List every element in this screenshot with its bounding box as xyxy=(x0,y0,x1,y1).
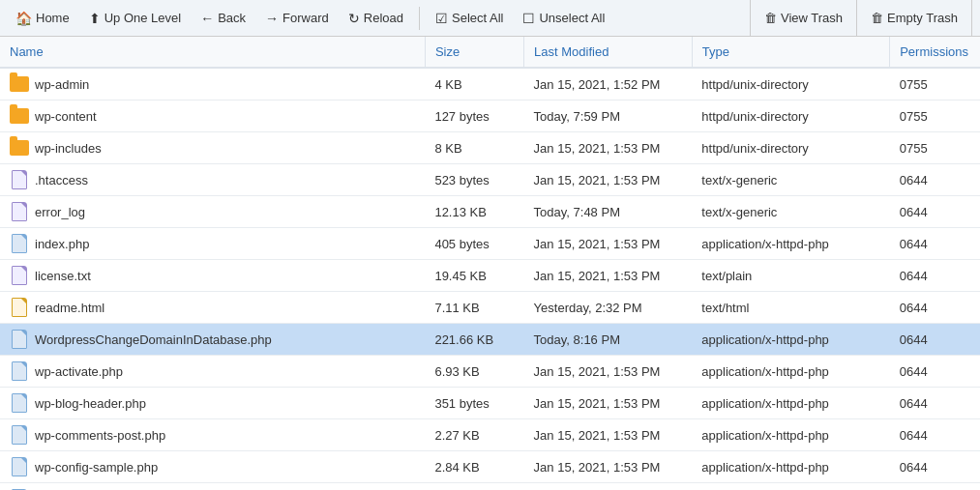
table-row[interactable]: license.txt 19.45 KB Jan 15, 2021, 1:53 … xyxy=(0,260,980,292)
cell-type: application/x-httpd-php xyxy=(692,324,889,356)
cell-permissions: 0644 xyxy=(890,292,980,324)
text-icon xyxy=(12,266,27,285)
select-all-button[interactable]: ☑ Select All xyxy=(428,7,511,30)
cell-size: 221.66 KB xyxy=(425,324,523,356)
cell-size: 523 bytes xyxy=(425,164,523,196)
cell-modified: Today, 8:16 PM xyxy=(524,324,693,356)
cell-size: 2.84 KB xyxy=(425,451,523,483)
file-name-label: wp-content xyxy=(35,109,97,124)
file-name-label: WordpressChangeDomainInDatabase.php xyxy=(35,332,272,347)
cell-type: application/x-httpd-php xyxy=(692,356,889,388)
file-name-label: wp-blog-header.php xyxy=(35,396,146,411)
table-row[interactable]: wp-content 127 bytes Today, 7:59 PM http… xyxy=(0,101,980,132)
cell-permissions: 0644 xyxy=(890,324,980,356)
cell-type: application/x-httpd-php xyxy=(692,483,889,491)
cell-name: error_log xyxy=(0,196,425,228)
file-icon-container xyxy=(10,266,29,285)
cell-size: 3.53 KB xyxy=(425,483,523,491)
table-row[interactable]: error_log 12.13 KB Today, 7:48 PM text/x… xyxy=(0,196,980,228)
php-icon xyxy=(12,330,27,349)
file-name-label: error_log xyxy=(35,205,85,219)
empty-trash-button[interactable]: 🗑 Empty Trash xyxy=(857,0,972,37)
view-trash-button[interactable]: 🗑 View Trash xyxy=(751,0,857,37)
cell-type: application/x-httpd-php xyxy=(692,419,889,451)
cell-name: wp-admin xyxy=(0,68,425,101)
table-row[interactable]: readme.html 7.11 KB Yesterday, 2:32 PM t… xyxy=(0,292,980,324)
file-icon-container xyxy=(10,234,29,253)
forward-button[interactable]: → Forward xyxy=(257,7,337,30)
folder-icon xyxy=(10,140,29,156)
table-row[interactable]: wp-comments-post.php 2.27 KB Jan 15, 202… xyxy=(0,419,980,451)
cell-name: wp-content xyxy=(0,101,425,132)
reload-icon: ↻ xyxy=(348,11,360,26)
cell-size: 7.11 KB xyxy=(425,292,523,324)
text-icon xyxy=(12,202,27,221)
html-icon xyxy=(12,298,27,317)
file-name-label: wp-includes xyxy=(35,141,102,156)
reload-button[interactable]: ↻ Reload xyxy=(341,7,411,30)
cell-permissions: 0755 xyxy=(890,68,980,101)
table-row[interactable]: wp-activate.php 6.93 KB Jan 15, 2021, 1:… xyxy=(0,356,980,388)
toolbar-divider-1 xyxy=(419,7,420,30)
toolbar: 🏠 Home ⬆ Up One Level ← Back → Forward ↻… xyxy=(0,0,980,37)
file-name-label: wp-admin xyxy=(35,77,89,92)
cell-type: text/x-generic xyxy=(692,196,889,228)
cell-permissions: 0644 xyxy=(890,196,980,228)
cell-name: wp-activate.php xyxy=(0,356,425,388)
cell-name: .htaccess xyxy=(0,164,425,196)
table-row[interactable]: .htaccess 523 bytes Jan 15, 2021, 1:53 P… xyxy=(0,164,980,196)
php-icon xyxy=(12,425,27,445)
table-row[interactable]: WordpressChangeDomainInDatabase.php 221.… xyxy=(0,324,980,356)
file-icon-container xyxy=(10,202,29,221)
table-header-row: Name Size Last Modified Type Permissions xyxy=(0,37,980,68)
col-header-type[interactable]: Type xyxy=(692,37,889,68)
forward-icon: → xyxy=(265,11,279,26)
cell-name: wp-blog-header.php xyxy=(0,388,425,419)
unselect-all-button[interactable]: ☐ Unselect All xyxy=(515,7,612,30)
cell-type: application/x-httpd-php xyxy=(692,388,889,419)
cell-modified: Jan 15, 2021, 1:53 PM xyxy=(524,260,693,292)
table-row[interactable]: index.php 405 bytes Jan 15, 2021, 1:53 P… xyxy=(0,228,980,260)
cell-permissions: 0666 xyxy=(890,483,980,491)
cell-permissions: 0644 xyxy=(890,228,980,260)
file-icon-container xyxy=(10,425,29,445)
php-icon xyxy=(12,361,27,381)
cell-size: 4 KB xyxy=(425,68,523,101)
col-header-modified[interactable]: Last Modified xyxy=(524,37,693,68)
file-icon-container xyxy=(10,138,29,158)
cell-size: 405 bytes xyxy=(425,228,523,260)
file-name-label: wp-activate.php xyxy=(35,364,123,379)
col-header-name[interactable]: Name xyxy=(0,37,425,68)
back-button[interactable]: ← Back xyxy=(193,7,253,30)
col-header-permissions[interactable]: Permissions xyxy=(890,37,980,68)
file-name-label: license.txt xyxy=(35,269,91,283)
table-row[interactable]: wp-config-sample.php 2.84 KB Jan 15, 202… xyxy=(0,451,980,483)
cell-name: WordpressChangeDomainInDatabase.php xyxy=(0,324,425,356)
file-icon-container xyxy=(10,170,29,189)
cell-type: httpd/unix-directory xyxy=(692,132,889,164)
file-name-label: wp-config-sample.php xyxy=(35,460,158,475)
home-button[interactable]: 🏠 Home xyxy=(8,7,77,30)
table-row[interactable]: wp-blog-header.php 351 bytes Jan 15, 202… xyxy=(0,388,980,419)
table-row[interactable]: wp-config.php 3.53 KB Jan 15, 2021, 1:50… xyxy=(0,483,980,491)
up-one-level-button[interactable]: ⬆ Up One Level xyxy=(81,7,190,30)
php-icon xyxy=(12,457,27,476)
col-header-size[interactable]: Size xyxy=(425,37,523,68)
cell-permissions: 0644 xyxy=(890,388,980,419)
cell-permissions: 0644 xyxy=(890,419,980,451)
table-row[interactable]: wp-includes 8 KB Jan 15, 2021, 1:53 PM h… xyxy=(0,132,980,164)
file-icon-container xyxy=(10,361,29,381)
cell-name: wp-comments-post.php xyxy=(0,419,425,451)
cell-permissions: 0644 xyxy=(890,260,980,292)
cell-name: index.php xyxy=(0,228,425,260)
cell-type: application/x-httpd-php xyxy=(692,451,889,483)
cell-permissions: 0644 xyxy=(890,356,980,388)
table-row[interactable]: wp-admin 4 KB Jan 15, 2021, 1:52 PM http… xyxy=(0,68,980,101)
cell-modified: Jan 15, 2021, 1:53 PM xyxy=(524,164,693,196)
back-icon: ← xyxy=(200,11,214,26)
file-icon-container xyxy=(10,106,29,126)
cell-type: text/plain xyxy=(692,260,889,292)
cell-modified: Yesterday, 2:32 PM xyxy=(524,292,693,324)
trash-icon-empty: 🗑 xyxy=(871,11,883,25)
file-icon-container xyxy=(10,457,29,476)
